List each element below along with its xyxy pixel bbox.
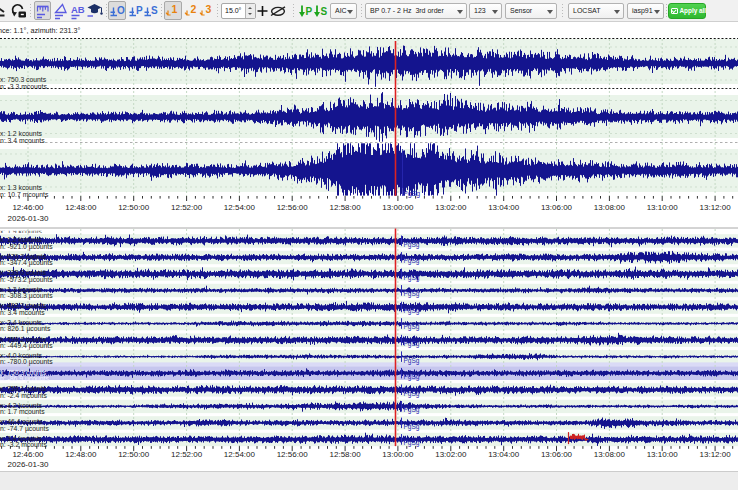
svg-text:PgSg: PgSg bbox=[404, 307, 420, 315]
svg-text:12:54:00: 12:54:00 bbox=[224, 203, 256, 212]
svg-text:13:06:00: 13:06:00 bbox=[541, 203, 573, 212]
svg-text:3: 3 bbox=[206, 3, 212, 15]
svg-text:1: 1 bbox=[172, 3, 178, 15]
svg-text:13:02:00: 13:02:00 bbox=[435, 203, 467, 212]
svg-text:PgSg: PgSg bbox=[404, 390, 420, 398]
svg-text:x: 750.3 counts: x: 750.3 counts bbox=[0, 76, 47, 83]
svg-text:n: -86.9 µcounts: n: -86.9 µcounts bbox=[0, 375, 49, 383]
svg-text:S: S bbox=[321, 6, 328, 17]
svg-text:O: O bbox=[117, 5, 125, 16]
svg-text:13:08:00: 13:08:00 bbox=[594, 450, 626, 459]
svg-text:PgSg: PgSg bbox=[404, 357, 420, 365]
svg-text:12:46:00: 12:46:00 bbox=[12, 203, 44, 212]
svg-text:12:50:00: 12:50:00 bbox=[118, 450, 150, 459]
svg-text:nce: 1.1°, azimuth: 231.3°: nce: 1.1°, azimuth: 231.3° bbox=[0, 26, 81, 35]
svg-text:PgSg: PgSg bbox=[404, 340, 420, 348]
svg-text:n: -3.2 mcounts: n: -3.2 mcounts bbox=[0, 441, 47, 448]
svg-text:n: -2.4 mcounts: n: -2.4 mcounts bbox=[0, 392, 47, 399]
svg-text:n: -347.4 µcounts: n: -347.4 µcounts bbox=[0, 259, 53, 267]
svg-text:PgSg: PgSg bbox=[404, 423, 420, 431]
svg-text:n: -780.0 µcounts: n: -780.0 µcounts bbox=[0, 358, 53, 366]
svg-text:13:10:00: 13:10:00 bbox=[647, 450, 679, 459]
svg-text:13:06:00: 13:06:00 bbox=[541, 450, 573, 459]
svg-text:2026-01-30: 2026-01-30 bbox=[8, 460, 49, 469]
svg-text:PgSg: PgSg bbox=[404, 373, 420, 381]
svg-text:x: 1.3 kcounts: x: 1.3 kcounts bbox=[0, 184, 43, 191]
svg-text:2026-01-30: 2026-01-30 bbox=[8, 214, 49, 223]
svg-text:n: 3.4 mcounts: n: 3.4 mcounts bbox=[0, 137, 45, 144]
svg-text:13:04:00: 13:04:00 bbox=[488, 203, 520, 212]
svg-text:P: P bbox=[306, 6, 313, 17]
svg-text:n: -3.3 mcounts: n: -3.3 mcounts bbox=[0, 83, 47, 90]
svg-text:13:00:00: 13:00:00 bbox=[382, 450, 414, 459]
svg-text:n: -308.3 µcounts: n: -308.3 µcounts bbox=[0, 292, 53, 300]
svg-text:PgSg: PgSg bbox=[404, 257, 420, 265]
svg-text:P: P bbox=[136, 5, 143, 16]
svg-text:2: 2 bbox=[191, 3, 197, 15]
svg-text:12:58:00: 12:58:00 bbox=[330, 450, 362, 459]
svg-text:13:12:00: 13:12:00 bbox=[700, 203, 732, 212]
svg-text:PgSg: PgSg bbox=[404, 323, 420, 331]
svg-text:12:58:00: 12:58:00 bbox=[330, 203, 362, 212]
svg-text:PgSg: PgSg bbox=[404, 241, 420, 249]
svg-text:PgSg: PgSg bbox=[404, 274, 420, 282]
svg-text:S: S bbox=[151, 5, 158, 16]
svg-text:12:56:00: 12:56:00 bbox=[277, 450, 309, 459]
svg-text:AB: AB bbox=[71, 4, 85, 15]
svg-text:PgSg: PgSg bbox=[403, 190, 420, 198]
svg-text:PgSg: PgSg bbox=[404, 290, 420, 298]
svg-text:PgSg: PgSg bbox=[404, 439, 420, 447]
svg-text:n: 10.7 mcounts: n: 10.7 mcounts bbox=[0, 191, 49, 198]
svg-text:n: 3.4 mcounts: n: 3.4 mcounts bbox=[0, 309, 45, 316]
svg-text:13:10:00: 13:10:00 bbox=[647, 203, 679, 212]
svg-text:13:12:00: 13:12:00 bbox=[700, 450, 732, 459]
svg-text:13:00:00: 13:00:00 bbox=[382, 203, 414, 212]
svg-text:n: 826.1 µcounts: n: 826.1 µcounts bbox=[0, 325, 51, 333]
svg-text:12:50:00: 12:50:00 bbox=[118, 203, 150, 212]
svg-text:13:04:00: 13:04:00 bbox=[488, 450, 520, 459]
svg-text:12:46:00: 12:46:00 bbox=[12, 450, 44, 459]
svg-text:PgSg: PgSg bbox=[404, 406, 420, 414]
svg-text:13:02:00: 13:02:00 bbox=[435, 450, 467, 459]
svg-text:12:48:00: 12:48:00 bbox=[65, 450, 97, 459]
svg-text:13:08:00: 13:08:00 bbox=[594, 203, 626, 212]
svg-text:n: 1.7 mcounts: n: 1.7 mcounts bbox=[0, 408, 45, 415]
svg-text:12:52:00: 12:52:00 bbox=[171, 450, 203, 459]
svg-text:n: -921.0 µcounts: n: -921.0 µcounts bbox=[0, 243, 53, 251]
svg-text:12:52:00: 12:52:00 bbox=[171, 203, 203, 212]
svg-text:n: -573.2 µcounts: n: -573.2 µcounts bbox=[0, 276, 53, 284]
svg-text:n: -449.4 µcounts: n: -449.4 µcounts bbox=[0, 342, 53, 350]
svg-text:n: -74.7 µcounts: n: -74.7 µcounts bbox=[0, 425, 49, 433]
svg-text:12:48:00: 12:48:00 bbox=[65, 203, 97, 212]
svg-text:12:56:00: 12:56:00 bbox=[277, 203, 309, 212]
svg-text:x: 1.2 kcounts: x: 1.2 kcounts bbox=[0, 130, 43, 137]
svg-text:12:54:00: 12:54:00 bbox=[224, 450, 256, 459]
